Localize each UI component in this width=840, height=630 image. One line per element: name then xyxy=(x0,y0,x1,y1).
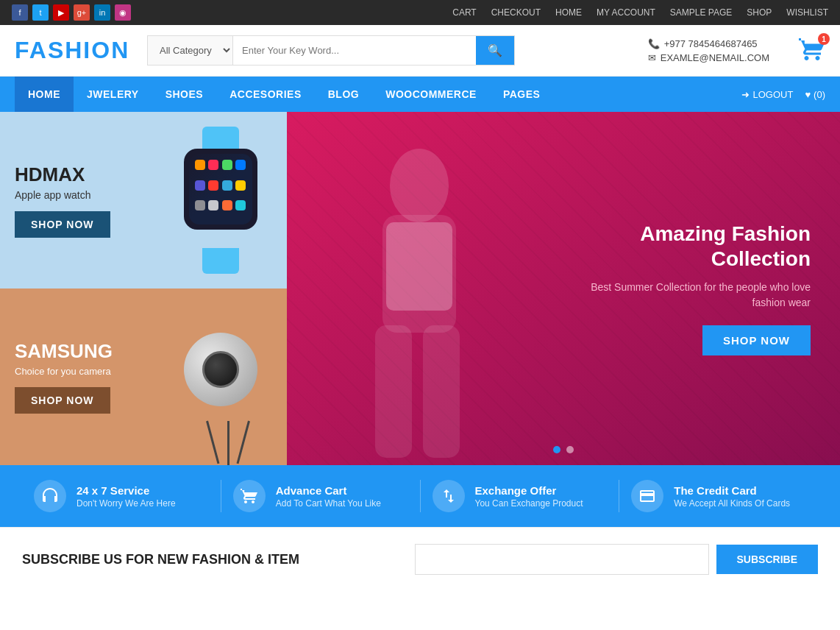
feature-service-text: 24 x 7 Service Don't Worry We Are Here xyxy=(76,484,176,509)
hero-dot-1[interactable] xyxy=(553,446,560,453)
subscribe-title: SUBSCRIBE US FOR NEW FASHION & ITEM xyxy=(22,552,407,567)
app-dot xyxy=(208,200,218,210)
watch-body xyxy=(184,149,257,230)
samsung-subtitle: Choice for you camera xyxy=(15,366,113,377)
top-nav: CART CHECKOUT HOME MY ACCOUNT SAMPLE PAG… xyxy=(452,7,828,18)
headphone-svg xyxy=(41,487,59,505)
watch-subtitle: Apple app watch xyxy=(15,189,110,201)
advance-cart-icon xyxy=(233,480,266,512)
watch-shop-button[interactable]: SHOP NOW xyxy=(15,211,110,238)
tripod-leg-right xyxy=(237,421,250,464)
app-dot xyxy=(222,200,232,210)
topnav-home[interactable]: HOME xyxy=(555,7,582,18)
google-plus-icon[interactable]: g+ xyxy=(74,4,90,21)
feature-service-title: 24 x 7 Service xyxy=(76,484,176,497)
nav-right: ➜ LOGOUT ♥ (0) xyxy=(741,89,825,100)
nav-woocommerce[interactable]: WOOCOMMERCE xyxy=(372,77,490,112)
category-select[interactable]: All Category xyxy=(148,36,233,65)
hero-description: Best Summer Collection for the people wh… xyxy=(560,280,811,311)
cart-button[interactable]: 1 xyxy=(799,36,825,65)
topnav-shop[interactable]: SHOP xyxy=(747,7,772,18)
camera-lens xyxy=(202,351,239,388)
fashion-lady xyxy=(302,127,537,465)
app-dot xyxy=(195,200,205,210)
hero-slider-dots xyxy=(553,446,574,453)
nav-blog[interactable]: BLOG xyxy=(315,77,372,112)
watch-banner: HDMAX Apple app watch SHOP NOW xyxy=(0,112,287,289)
app-dot xyxy=(235,180,246,191)
topnav-wishlist[interactable]: WISHLIST xyxy=(786,7,828,18)
phone-icon: 📞 xyxy=(648,38,660,49)
nav-pages[interactable]: PAGES xyxy=(490,77,553,112)
heart-icon: ♥ xyxy=(805,89,811,100)
linkedin-icon[interactable]: in xyxy=(94,4,110,21)
hero-dot-2[interactable] xyxy=(566,446,574,453)
feature-exchange-desc: You Can Exchange Product xyxy=(475,498,583,509)
app-dot xyxy=(235,160,246,170)
instagram-icon[interactable]: ◉ xyxy=(115,4,131,21)
svg-rect-4 xyxy=(386,222,452,311)
credit-card-icon xyxy=(631,480,663,512)
samsung-text: SAMSUNG Choice for you camera SHOP NOW xyxy=(15,340,113,414)
cart-count: 1 xyxy=(818,33,830,45)
banner-left: HDMAX Apple app watch SHOP NOW xyxy=(0,112,287,465)
logout-button[interactable]: ➜ LOGOUT xyxy=(741,89,793,100)
nav-shoes[interactable]: SHOES xyxy=(152,77,217,112)
logout-label: LOGOUT xyxy=(752,89,793,100)
feature-exchange-title: Exchange Offer xyxy=(475,484,583,497)
subscribe-email-input[interactable] xyxy=(415,544,709,575)
subscribe-bar: SUBSCRIBE US FOR NEW FASHION & ITEM SUBS… xyxy=(0,527,840,591)
app-dot xyxy=(222,180,232,191)
samsung-title: SAMSUNG xyxy=(15,340,113,363)
feature-card-text: The Credit Card We Accept All Kinds Of C… xyxy=(674,484,790,509)
topnav-checkout[interactable]: CHECKOUT xyxy=(491,7,541,18)
topnav-cart[interactable]: CART xyxy=(452,7,476,18)
card-svg xyxy=(638,487,656,505)
headphone-icon xyxy=(34,480,66,512)
feature-service: 24 x 7 Service Don't Worry We Are Here xyxy=(22,480,221,512)
search-input[interactable] xyxy=(233,36,476,65)
svg-point-0 xyxy=(390,149,449,222)
nav-accesories[interactable]: ACCESORIES xyxy=(216,77,315,112)
tripod xyxy=(206,414,250,465)
feature-card-desc: We Accept All Kinds Of Cards xyxy=(674,498,790,509)
features-bar: 24 x 7 Service Don't Worry We Are Here A… xyxy=(0,465,840,527)
top-bar: f t ▶ g+ in ◉ CART CHECKOUT HOME MY ACCO… xyxy=(0,0,840,25)
feature-card-title: The Credit Card xyxy=(674,484,790,497)
twitter-icon[interactable]: t xyxy=(32,4,49,21)
youtube-icon[interactable]: ▶ xyxy=(53,4,69,21)
app-dot xyxy=(208,160,218,170)
camera-visual xyxy=(162,318,287,465)
search-button[interactable]: 🔍 xyxy=(476,36,514,65)
svg-rect-3 xyxy=(423,325,460,458)
topnav-myaccount[interactable]: MY ACCOUNT xyxy=(597,7,655,18)
social-links: f t ▶ g+ in ◉ xyxy=(12,4,131,21)
feature-cart: Advance Cart Add To Cart What You Like xyxy=(221,480,421,512)
subscribe-button[interactable]: SUBSCRIBE xyxy=(716,545,818,574)
wishlist-button[interactable]: ♥ (0) xyxy=(805,89,825,100)
feature-service-desc: Don't Worry We Are Here xyxy=(76,498,176,509)
feature-cart-text: Advance Cart Add To Cart What You Like xyxy=(276,484,381,509)
feature-cart-title: Advance Cart xyxy=(276,484,381,497)
wishlist-count: (0) xyxy=(814,89,825,100)
watch-band-bottom xyxy=(202,248,239,274)
watch-visual xyxy=(162,127,280,274)
feature-card: The Credit Card We Accept All Kinds Of C… xyxy=(619,480,818,512)
email-icon: ✉ xyxy=(648,52,656,63)
hero-text: Amazing Fashion Collection Best Summer C… xyxy=(560,222,811,355)
email-address: EXAMLE@NEMAIL.COM xyxy=(661,52,769,63)
hero-title: Amazing Fashion Collection xyxy=(560,222,811,271)
topnav-samplepage[interactable]: SAMPLE PAGE xyxy=(670,7,732,18)
facebook-icon[interactable]: f xyxy=(12,4,28,21)
samsung-shop-button[interactable]: SHOP NOW xyxy=(15,387,110,414)
exchange-icon xyxy=(433,480,465,512)
nav-jwelery[interactable]: JWELERY xyxy=(74,77,152,112)
app-dot xyxy=(195,180,205,191)
feature-exchange: Exchange Offer You Can Exchange Product xyxy=(421,480,620,512)
search-bar: All Category 🔍 xyxy=(147,35,515,66)
hero-shop-button[interactable]: ShOP NOW xyxy=(702,325,811,355)
feature-cart-desc: Add To Cart What You Like xyxy=(276,498,381,509)
app-dot xyxy=(195,160,205,170)
nav-home[interactable]: HOME xyxy=(15,77,74,112)
site-logo: FASHION xyxy=(15,37,132,64)
